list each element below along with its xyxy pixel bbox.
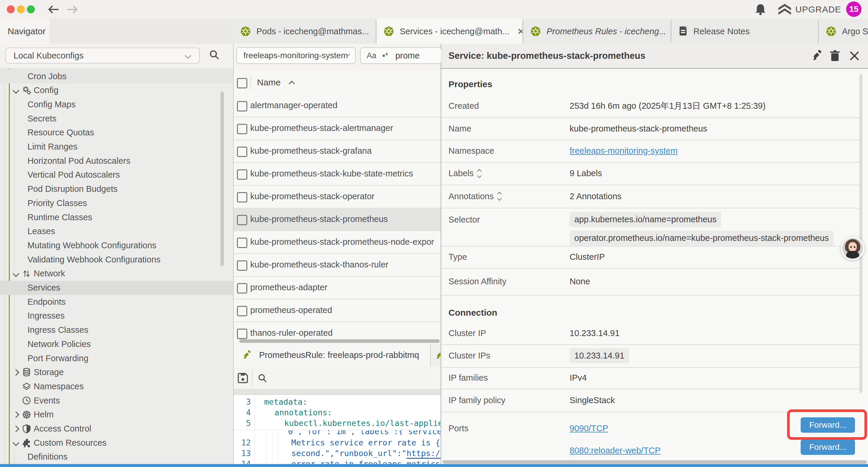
match-case-icon[interactable]: Aa: [367, 51, 376, 60]
sidebar-item-services[interactable]: Services: [0, 281, 234, 295]
regex-icon[interactable]: ▪*: [382, 51, 388, 60]
search-input[interactable]: Aa ▪* prome: [360, 47, 442, 64]
row-checkbox[interactable]: [237, 215, 247, 225]
trash-icon[interactable]: [829, 50, 841, 62]
sidebar-item-definitions[interactable]: Definitions: [0, 450, 234, 464]
row-checkbox[interactable]: [237, 329, 247, 339]
tab-prometheus-rules[interactable]: Prometheus Rules - icecheng...: [524, 19, 670, 44]
sidebar-item-config-maps[interactable]: Config Maps: [0, 97, 234, 111]
close-icon[interactable]: [848, 50, 860, 62]
sidebar-item-storage[interactable]: Storage: [0, 365, 234, 380]
sidebar-item-secrets[interactable]: Secrets: [0, 111, 234, 126]
sidebar-item-config[interactable]: Config: [0, 83, 234, 97]
tab-navigator[interactable]: Navigator: [0, 19, 50, 44]
sidebar-item-pod-disruption-budgets[interactable]: Pod Disruption Budgets: [0, 182, 234, 196]
search-icon[interactable]: [257, 373, 268, 384]
row-checkbox[interactable]: [237, 101, 247, 111]
expand-collapse-icon[interactable]: [478, 170, 481, 177]
table-row[interactable]: kube-prometheus-stack-kube-state-metrics: [234, 162, 440, 185]
row-checkbox[interactable]: [237, 124, 247, 134]
sidebar-item-events[interactable]: Events: [0, 393, 234, 408]
row-checkbox[interactable]: [237, 192, 247, 202]
sidebar-item-access-control[interactable]: Access Control: [0, 422, 234, 436]
close-window-icon[interactable]: [7, 5, 15, 13]
row-checkbox[interactable]: [237, 238, 247, 248]
port-link-9090[interactable]: 9090/TCP: [569, 424, 608, 433]
table-row[interactable]: kube-prometheus-stack-operator: [234, 185, 440, 208]
cluster-ips-badge: 10.233.14.91: [569, 348, 629, 363]
upgrade-button[interactable]: UPGRADE: [795, 0, 841, 19]
close-tab-icon[interactable]: ✕: [517, 26, 522, 37]
kubeconfig-select[interactable]: Local Kubeconfigs: [5, 48, 200, 63]
row-checkbox[interactable]: [237, 306, 247, 316]
sidebar-item-validating-webhook-configurations[interactable]: Validating Webhook Configurations: [0, 253, 234, 267]
sidebar-item-network[interactable]: Network: [0, 267, 234, 281]
sidebar-item-namespaces[interactable]: Namespaces: [0, 379, 234, 393]
namespace-link[interactable]: freeleaps-monitoring-system: [569, 146, 678, 156]
sidebar-item-limit-ranges[interactable]: Limit Ranges: [0, 140, 234, 154]
notification-badge[interactable]: 15: [846, 1, 862, 17]
sidebar-item-helm[interactable]: Helm: [0, 408, 234, 422]
sidebar-item-mutating-webhook-configurations[interactable]: Mutating Webhook Configurations: [0, 238, 234, 253]
row-checkbox[interactable]: [237, 169, 247, 180]
upgrade-icon[interactable]: [777, 3, 793, 17]
tab-pods[interactable]: Pods - icecheng@mathmas...: [234, 19, 375, 44]
sidebar-item-runtime-classes[interactable]: Runtime Classes: [0, 210, 234, 224]
forward-button-8080[interactable]: Forward...: [801, 439, 855, 455]
sidebar-item-horizontal-pod-autoscalers[interactable]: Horizontal Pod Autoscalers: [0, 154, 234, 168]
sidebar-item-resource-quotas[interactable]: Resource Quotas: [0, 126, 234, 140]
sidebar-item-ingress-classes[interactable]: Ingress Classes: [0, 323, 234, 337]
table-row[interactable]: alertmanager-operated: [234, 94, 440, 117]
avatar-body: [846, 251, 859, 260]
tab-label: Release Notes: [693, 27, 749, 36]
tab-release-notes[interactable]: Release Notes: [672, 19, 818, 44]
search-icon[interactable]: [209, 49, 220, 61]
namespace-select[interactable]: freeleaps-monitoring-system: [236, 47, 356, 64]
row-checkbox[interactable]: [237, 147, 247, 157]
sidebar-item-cron-jobs[interactable]: Cron Jobs: [0, 69, 234, 83]
row-checkbox[interactable]: [237, 260, 247, 271]
annotations-row: Annotations 2 Annotations: [441, 185, 861, 208]
sidebar-item-vertical-pod-autoscalers[interactable]: Vertical Pod Autoscalers: [0, 168, 234, 182]
minimize-window-icon[interactable]: [17, 5, 25, 13]
table-horizontal-scrollbar[interactable]: [239, 339, 440, 343]
row-checkbox[interactable]: [237, 283, 247, 293]
sidebar-scrollbar[interactable]: [220, 92, 224, 266]
sidebar-item-network-policies[interactable]: Network Policies: [0, 337, 234, 351]
edit-pencil-icon[interactable]: [812, 50, 824, 62]
tab-services[interactable]: Services - icecheng@math... ✕: [377, 19, 522, 44]
maximize-window-icon[interactable]: [27, 5, 35, 13]
shield-icon: [22, 424, 31, 434]
table-row[interactable]: kube-prometheus-stack-thanos-ruler: [234, 253, 440, 276]
table-row[interactable]: kube-prometheus-stack-grafana: [234, 140, 440, 163]
detail-horizontal-scrollbar[interactable]: [442, 460, 867, 464]
tab-argo[interactable]: Argo Se: [819, 19, 868, 44]
sidebar-item-leases[interactable]: Leases: [0, 224, 234, 238]
table-row[interactable]: kube-prometheus-stack-prometheus-node-ex…: [234, 231, 440, 254]
sidebar-item-endpoints[interactable]: Endpoints: [0, 295, 234, 309]
sidebar-item-ingresses[interactable]: Ingresses: [0, 309, 234, 323]
select-all-checkbox[interactable]: [237, 78, 247, 88]
cluster-tab-bar: Pods - icecheng@mathmas... Services - ic…: [234, 19, 868, 44]
sidebar-item-port-forwarding[interactable]: Port Forwarding: [0, 351, 234, 365]
expand-collapse-icon[interactable]: [498, 193, 501, 200]
sidebar-item-priority-classes[interactable]: Priority Classes: [0, 196, 234, 210]
back-arrow-icon[interactable]: [47, 4, 60, 16]
table-row[interactable]: prometheus-operated: [234, 299, 440, 322]
table-row-selected[interactable]: kube-prometheus-stack-prometheus: [234, 208, 440, 231]
bell-icon[interactable]: [754, 3, 767, 16]
sidebar-item-custom-resources[interactable]: Custom Resources: [0, 436, 234, 450]
avatar[interactable]: [841, 236, 864, 260]
runbook-url-link[interactable]: https://net: [406, 449, 440, 459]
port-link-8080[interactable]: 8080:reloader-web/TCP: [569, 446, 660, 456]
yaml-editor[interactable]: 3 4 5 12 13 14 metadata: annotations: ku…: [234, 395, 440, 465]
save-icon[interactable]: [237, 372, 248, 384]
chevron-down-icon: [185, 52, 191, 59]
editor-tab-prometheusrule[interactable]: PrometheusRule: freeleaps-prod-rabbitmq: [234, 344, 431, 367]
detail-vertical-scrollbar[interactable]: [860, 74, 862, 393]
editor-tab-partial[interactable]: [431, 344, 440, 367]
name-column-header[interactable]: Name: [257, 71, 294, 94]
table-row[interactable]: kube-prometheus-stack-alertmanager: [234, 117, 440, 140]
forward-arrow-icon[interactable]: [66, 4, 79, 16]
table-row[interactable]: prometheus-adapter: [234, 276, 440, 299]
